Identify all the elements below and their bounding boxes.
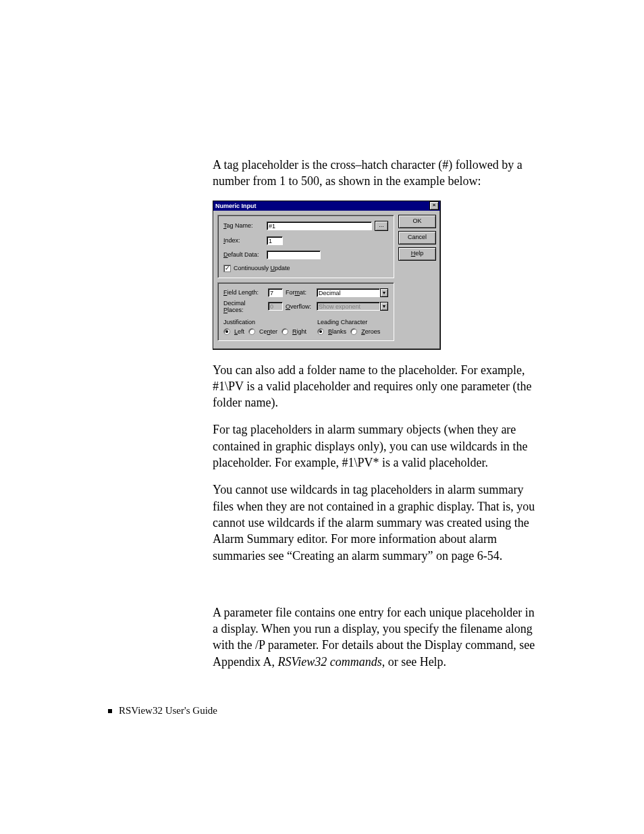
decimal-places-label: Decimal Places: <box>223 300 265 313</box>
continuously-update-checkbox[interactable]: ✓ <box>223 265 231 272</box>
paragraph-3: For tag placeholders in alarm summary ob… <box>213 421 537 471</box>
format-select[interactable]: Decimal <box>317 288 380 297</box>
bottom-panel: Field Length: 7 Format: Decimal ▼ Decima… <box>217 282 394 341</box>
justify-center-radio[interactable] <box>248 328 255 335</box>
paragraph-4: You cannot use wildcards in tag placehol… <box>213 481 537 563</box>
justify-right-radio[interactable] <box>281 328 288 335</box>
chevron-down-icon: ▼ <box>380 302 388 311</box>
leading-character-label: Leading Character <box>317 319 380 325</box>
index-field[interactable]: 1 <box>267 236 283 245</box>
top-panel: Tag Name: #1 ... Index: 1 Default Data: … <box>217 215 394 278</box>
overflow-select: Show exponent <box>317 302 380 311</box>
index-label: Index: <box>223 237 264 244</box>
tag-name-label: Tag Name: <box>223 222 264 229</box>
leading-blanks-radio[interactable] <box>317 328 324 335</box>
help-button[interactable]: Help <box>398 247 436 261</box>
field-length-field[interactable]: 7 <box>268 288 283 297</box>
justify-center-label: Center <box>259 328 277 335</box>
intro-paragraph: A tag placeholder is the cross–hatch cha… <box>213 157 537 190</box>
paragraph-5: A parameter file contains one entry for … <box>213 604 537 670</box>
dialog-title: Numeric Input <box>215 203 257 209</box>
continuously-update-label: Continuously Update <box>234 265 290 271</box>
justification-label: Justification <box>223 319 306 325</box>
ok-button[interactable]: OK <box>398 215 436 228</box>
titlebar: Numeric Input × <box>213 201 440 211</box>
justify-left-radio[interactable] <box>223 328 230 335</box>
para5-post: , or see Help. <box>382 655 446 669</box>
default-data-field[interactable] <box>267 251 321 259</box>
justify-right-label: Right <box>292 328 306 335</box>
para5-italic: RSView32 commands <box>278 655 382 669</box>
decimal-places-field: 0 <box>268 302 283 311</box>
leading-zeroes-radio[interactable] <box>350 328 357 335</box>
leading-zeroes-label: Zeroes <box>361 328 380 335</box>
overflow-label: Overflow: <box>286 303 314 310</box>
close-icon[interactable]: × <box>429 201 439 210</box>
footer-text: RSView32 User's Guide <box>119 705 217 716</box>
chevron-down-icon[interactable]: ▼ <box>380 288 388 297</box>
tag-name-field[interactable]: #1 <box>267 221 372 230</box>
default-data-label: Default Data: <box>223 251 264 258</box>
field-length-label: Field Length: <box>223 289 265 296</box>
browse-button[interactable]: ... <box>375 221 388 231</box>
page-footer: RSView32 User's Guide <box>108 705 217 716</box>
cancel-button[interactable]: Cancel <box>398 231 436 244</box>
justify-left-label: Left <box>234 328 244 335</box>
leading-blanks-label: Blanks <box>328 328 346 335</box>
bullet-icon <box>108 709 112 713</box>
numeric-input-dialog: Numeric Input × Tag Name: #1 ... Index: … <box>213 201 441 350</box>
paragraph-2: You can also add a folder name to the pl… <box>213 362 537 411</box>
format-label: Format: <box>286 289 314 296</box>
